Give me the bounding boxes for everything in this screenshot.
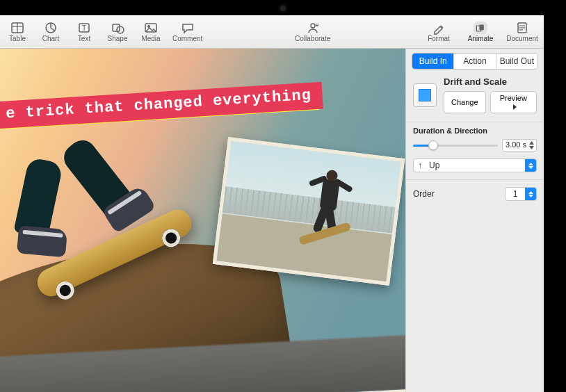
order-label: Order [413,189,435,199]
text-icon: T [77,22,91,34]
svg-rect-13 [479,24,483,30]
duration-value: 3.00 s [506,140,526,149]
toolbar-label: Text [78,35,90,42]
format-icon [432,22,446,34]
dropdown-icon [525,159,536,172]
toolbar-label: Shape [108,35,128,42]
table-button[interactable]: Table [6,22,29,42]
svg-point-10 [311,24,315,28]
toolbar-label: Comment [172,35,202,42]
media-icon [144,22,158,34]
toolbar-label: Table [9,35,26,42]
text-button[interactable]: T Text [72,22,96,42]
animate-button[interactable]: Animate [464,22,496,42]
toolbar-right-group: Format Animate Document [423,22,538,42]
app-window: Table Chart T Text Shape Media [0,15,544,392]
document-icon [515,22,529,34]
toolbar-label: Collaborate [295,35,330,42]
toolbar-label: Document [506,35,538,42]
duration-stepper[interactable] [528,140,535,150]
duration-slider[interactable] [413,140,498,151]
media-button[interactable]: Media [139,22,163,42]
order-value: 1 [506,189,525,199]
tab-build-out[interactable]: Build Out [496,54,537,69]
duration-direction-label: Duration & Direction [406,122,544,138]
toolbar-label: Format [428,35,450,42]
effect-row: Drift and Scale Change Preview [406,76,544,120]
direction-value: Up [426,161,525,170]
slide-canvas[interactable]: e trick that changed everything [0,49,405,392]
shape-button[interactable]: Shape [106,22,129,42]
toolbar-label: Chart [42,35,59,42]
stepper-up[interactable] [528,140,535,145]
direction-select[interactable]: ↑ Up [413,158,537,172]
camera-dot [280,6,286,11]
collaborate-icon [306,22,320,34]
build-tabs: Build In Action Build Out [412,53,538,70]
order-select[interactable]: 1 [505,187,537,201]
toolbar-left-group: Table Chart T Text Shape Media [6,22,202,42]
animate-icon [474,22,487,34]
toolbar: Table Chart T Text Shape Media [0,15,544,49]
device-bezel: Table Chart T Text Shape Media [0,0,566,392]
comment-icon [181,22,195,34]
arrow-up-icon: ↑ [414,161,426,170]
dropdown-icon [525,188,536,200]
svg-rect-6 [113,24,120,31]
selection-handles[interactable] [214,138,403,284]
effect-name: Drift and Scale [444,76,537,87]
preview-label: Preview [500,94,527,102]
format-button[interactable]: Format [423,22,455,42]
preview-button[interactable]: Preview [490,91,537,113]
play-icon [513,104,517,110]
comment-button[interactable]: Comment [172,22,202,42]
toolbar-label: Media [141,35,160,42]
shape-icon [111,22,124,34]
chart-button[interactable]: Chart [39,22,63,42]
collaborate-button[interactable]: Collaborate [295,22,330,42]
duration-field[interactable]: 3.00 s [502,139,537,152]
stepper-down[interactable] [528,145,535,150]
tab-build-in[interactable]: Build In [412,54,453,69]
chart-icon [44,22,58,34]
change-button[interactable]: Change [444,91,486,113]
svg-point-7 [117,26,124,33]
svg-text:T: T [82,24,86,32]
effect-thumbnail [413,83,437,107]
tab-action[interactable]: Action [453,54,495,69]
table-icon [10,22,24,34]
selected-photo[interactable] [213,137,405,286]
toolbar-label: Animate [468,35,494,42]
inspector-panel: Build In Action Build Out Drift and Scal… [405,49,544,392]
document-button[interactable]: Document [506,22,538,42]
